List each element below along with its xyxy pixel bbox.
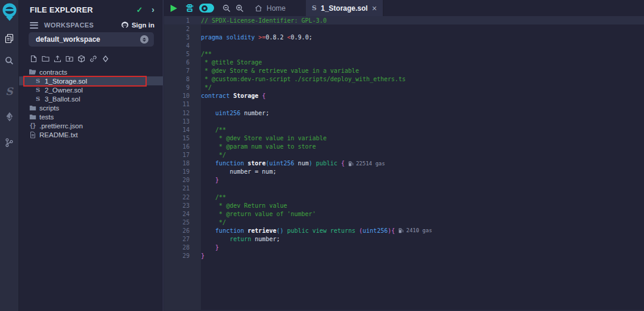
editor-line-5[interactable]: 5/** [164, 50, 644, 58]
line-number[interactable]: 11 [164, 101, 190, 107]
code-text[interactable]: number = num; [190, 168, 276, 175]
line-number[interactable]: 15 [164, 135, 190, 141]
editor-line-28[interactable]: 28 } [164, 244, 644, 252]
upload-file-icon[interactable] [54, 54, 61, 63]
tree-item-3-ballot-sol[interactable]: S3_Ballot.sol [19, 94, 163, 103]
line-number[interactable]: 14 [164, 127, 190, 133]
editor-line-10[interactable]: 10contract Storage { [164, 92, 644, 100]
code-text[interactable]: */ [190, 219, 226, 226]
editor-line-13[interactable]: 13 [164, 117, 644, 125]
tree-item-readme-txt[interactable]: README.txt [19, 130, 163, 139]
solidity-compiler-icon[interactable]: S [0, 82, 19, 100]
code-text[interactable]: * @param num value to store [190, 143, 316, 150]
tree-item-tests[interactable]: tests [19, 112, 163, 121]
line-number[interactable]: 26 [164, 227, 190, 234]
line-number[interactable]: 23 [164, 202, 190, 209]
code-text[interactable]: uint256 number; [190, 110, 269, 116]
line-number[interactable]: 9 [164, 84, 190, 91]
line-number[interactable]: 17 [164, 152, 190, 158]
editor-line-1[interactable]: 1// SPDX-License-Identifier: GPL-3.0 [164, 16, 644, 24]
editor-line-16[interactable]: 16 * @param num value to store [164, 142, 644, 150]
deploy-run-icon[interactable] [0, 107, 19, 125]
line-number[interactable]: 25 [164, 219, 190, 226]
zoom-in-icon[interactable] [236, 4, 244, 13]
code-text[interactable]: return number; [190, 236, 280, 242]
line-number[interactable]: 19 [164, 168, 190, 175]
editor-line-22[interactable]: 22 /** [164, 193, 644, 201]
upload-folder-icon[interactable] [66, 54, 73, 63]
code-text[interactable]: /** [190, 194, 226, 201]
git-icon[interactable] [0, 134, 19, 152]
tree-item-2-owner-sol[interactable]: S2_Owner.sol [19, 85, 163, 94]
code-text[interactable]: pragma solidity >=0.8.2 <0.9.0; [190, 34, 312, 41]
editor-line-26[interactable]: 26 function retrieve() public view retur… [164, 226, 644, 235]
code-text[interactable]: function retrieve() public view returns … [190, 227, 395, 234]
code-text[interactable]: contract Storage { [190, 93, 265, 99]
editor-line-23[interactable]: 23 * @dev Return value [164, 201, 644, 210]
code-text[interactable]: */ [190, 84, 212, 91]
code-text[interactable]: } [190, 177, 219, 183]
editor-line-27[interactable]: 27 return number; [164, 235, 644, 243]
editor-line-6[interactable]: 6 * @title Storage [164, 58, 644, 66]
line-number[interactable]: 18 [164, 160, 190, 167]
editor-line-8[interactable]: 8 * @custom:dev-run-script ./scripts/dep… [164, 75, 644, 84]
editor-line-19[interactable]: 19 number = num; [164, 168, 644, 176]
tab-home[interactable]: Home [255, 4, 286, 13]
editor-line-29[interactable]: 29} [164, 252, 644, 260]
link-icon[interactable] [89, 54, 97, 63]
editor-line-25[interactable]: 25 */ [164, 218, 644, 226]
solidity-icon[interactable] [101, 54, 109, 63]
line-number[interactable]: 22 [164, 194, 190, 201]
line-number[interactable]: 8 [164, 76, 190, 82]
code-text[interactable]: */ [190, 152, 226, 158]
line-number[interactable]: 27 [164, 236, 190, 242]
tree-item-contracts[interactable]: contracts [19, 67, 163, 76]
code-text[interactable]: * @dev Store & retrieve value in a varia… [190, 67, 359, 74]
line-number[interactable]: 5 [164, 51, 190, 57]
expand-chevron-icon[interactable]: › [151, 5, 154, 14]
code-text[interactable]: /** [190, 127, 226, 133]
code-text[interactable]: * @dev Return value [190, 202, 287, 209]
editor-line-7[interactable]: 7 * @dev Store & retrieve value in a var… [164, 67, 644, 75]
line-number[interactable]: 16 [164, 143, 190, 150]
editor-line-17[interactable]: 17 */ [164, 151, 644, 159]
sign-in-button[interactable]: Sign in [121, 21, 154, 29]
toggle-on-icon[interactable] [199, 4, 214, 13]
tree-item--prettierrc-json[interactable]: {}.prettierrc.json [19, 121, 163, 130]
file-explorer-icon[interactable] [0, 29, 19, 47]
code-text[interactable]: * @custom:dev-run-script ./scripts/deplo… [190, 76, 405, 82]
line-number[interactable]: 12 [164, 110, 190, 116]
line-number[interactable]: 4 [164, 42, 190, 49]
editor-line-21[interactable]: 21 [164, 184, 644, 193]
line-number[interactable]: 1 [164, 17, 190, 24]
editor-line-4[interactable]: 4 [164, 41, 644, 50]
tree-item-scripts[interactable]: scripts [19, 103, 163, 112]
workspace-select[interactable]: default_workspace [29, 32, 154, 47]
code-text[interactable]: function store(uint256 num) public { [190, 160, 345, 167]
editor-line-9[interactable]: 9 */ [164, 84, 644, 92]
editor-line-3[interactable]: 3pragma solidity >=0.8.2 <0.9.0; [164, 33, 644, 41]
code-text[interactable]: * @dev Store value in variable [190, 135, 327, 141]
line-number[interactable]: 3 [164, 34, 190, 41]
remix-logo[interactable] [0, 2, 19, 22]
line-number[interactable]: 6 [164, 59, 190, 66]
new-file-icon[interactable] [30, 54, 38, 63]
code-text[interactable]: * @return value of 'number' [190, 211, 316, 217]
box-icon[interactable] [78, 54, 85, 63]
code-text[interactable]: } [190, 253, 205, 259]
editor-line-14[interactable]: 14 /** [164, 125, 644, 134]
line-number[interactable]: 28 [164, 244, 190, 251]
line-number[interactable]: 10 [164, 93, 190, 99]
editor-line-18[interactable]: 18 function store(uint256 num) public {2… [164, 159, 644, 168]
editor-line-2[interactable]: 2 [164, 24, 644, 33]
line-number[interactable]: 24 [164, 211, 190, 217]
run-icon[interactable] [171, 5, 177, 12]
remix-ai-icon[interactable] [185, 4, 194, 13]
new-folder-icon[interactable] [42, 54, 49, 63]
line-number[interactable]: 7 [164, 67, 190, 74]
workspaces-menu-icon[interactable] [30, 22, 38, 29]
tab-1-storage-sol[interactable]: S 1_Storage.sol × [306, 0, 383, 16]
code-text[interactable]: * @title Storage [190, 59, 262, 66]
editor-line-20[interactable]: 20 } [164, 176, 644, 184]
zoom-out-icon[interactable] [222, 4, 231, 13]
